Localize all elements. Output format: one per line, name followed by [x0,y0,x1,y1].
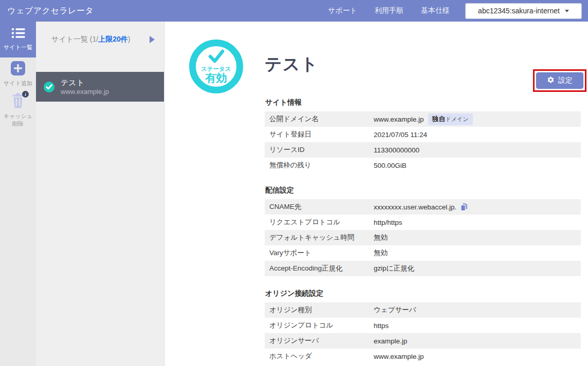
section-origin-settings: オリジン接続設定 オリジン種別 ウェブサーバ オリジンプロトコル https オ… [265,288,581,364]
copy-icon[interactable] [460,203,468,211]
app-body: サイト一覧 サイト追加 [0,22,588,366]
chevron-down-icon [565,10,569,12]
settings-button[interactable]: 設定 [536,72,583,89]
sidebar-item-cache-delete[interactable]: i キャッシュ削除 [0,92,36,128]
info-icon: i [22,91,29,98]
site-list-icon [11,27,25,41]
table-row: リソースID 113300000000 [265,142,581,158]
top-header-bar: ウェブアクセラレータ サポート 利用手順 基本仕様 abc12345:sakur… [0,0,588,22]
section-title: 配信設定 [265,185,581,195]
table-row: オリジン種別 ウェブサーバ [265,302,581,318]
section-site-info: サイト情報 公開ドメイン名 www.example.jp独自ドメイン サイト登録… [265,98,581,173]
collapse-panel-arrow-icon[interactable] [150,36,155,43]
gear-icon [547,76,555,85]
sidebar-item-label: キャッシュ削除 [4,112,32,128]
top-nav: サポート 利用手順 基本仕様 [328,6,450,15]
table-row: CNAME先 xxxxxxxx.user.webaccel.jp. [265,199,581,215]
table-row: リクエストプロトコル http/https [265,215,581,230]
site-detail-panel: ステータス 有効 テスト 設定 サイト情報 [164,22,588,366]
sidebar-item-label: サイト追加 [4,80,32,87]
table-row: デフォルトキャッシュ時間 無効 [265,230,581,245]
site-list-title: サイト一覧 (1/上限20件) [51,35,130,44]
site-item-text: テスト www.example.jp [61,78,109,96]
section-title: サイト情報 [265,98,581,107]
page-title: テスト [265,53,318,76]
custom-domain-badge: 独自ドメイン [428,113,473,125]
table-row: サイト登録日 2021/07/05 11:24 [265,127,581,142]
status-enabled-check-icon [208,49,225,65]
nav-guide-link[interactable]: 利用手順 [375,6,403,15]
webaccel-app: ウェブアクセラレータ サポート 利用手順 基本仕様 abc12345:sakur… [0,0,588,366]
table-row: 公開ドメイン名 www.example.jp独自ドメイン [265,111,581,127]
sidebar-item-site-add[interactable]: サイト追加 [0,61,36,87]
site-item-name: テスト [61,78,109,87]
table-row: 無償枠の残り 500.00GiB [265,158,581,173]
plus-icon [10,61,26,78]
site-limit-link[interactable]: 上限20件 [98,35,128,43]
settings-button-label: 設定 [558,76,573,85]
settings-highlight-box: 設定 [533,69,586,92]
status-value: 有効 [206,72,227,84]
status-check-icon [44,82,54,92]
site-list-item-selected[interactable]: テスト www.example.jp [36,72,164,102]
site-item-domain: www.example.jp [61,87,109,96]
table-row: オリジンサーバ example.jp [265,333,581,349]
site-list-header: サイト一覧 (1/上限20件) [36,22,164,44]
account-dropdown-label: abc12345:sakura-internet [478,7,560,15]
app-title: ウェブアクセラレータ [7,6,94,16]
table-row: ホストヘッダ www.example.jp [265,349,581,364]
account-dropdown[interactable]: abc12345:sakura-internet [465,3,582,19]
table-row: オリジンプロトコル https [265,318,581,333]
status-label: ステータス [201,66,231,72]
detail-sections: サイト情報 公開ドメイン名 www.example.jp独自ドメイン サイト登録… [265,98,581,364]
sidebar-item-site-list[interactable]: サイト一覧 [0,22,36,57]
trash-icon: i [10,92,26,111]
section-title: オリジン接続設定 [265,288,581,298]
sidebar-item-label: サイト一覧 [4,44,32,51]
site-list-panel: サイト一覧 (1/上限20件) テスト www.example.jp [36,22,164,366]
nav-support-link[interactable]: サポート [328,6,357,15]
section-delivery-settings: 配信設定 CNAME先 xxxxxxxx.user.webaccel.jp. [265,185,581,276]
table-row: Accept-Encoding正規化 gzipに正規化 [265,261,581,276]
table-row: Varyサポート 無効 [265,245,581,261]
status-badge: ステータス 有効 [189,40,243,93]
icon-sidebar: サイト一覧 サイト追加 [0,22,36,366]
nav-spec-link[interactable]: 基本仕様 [421,6,450,15]
